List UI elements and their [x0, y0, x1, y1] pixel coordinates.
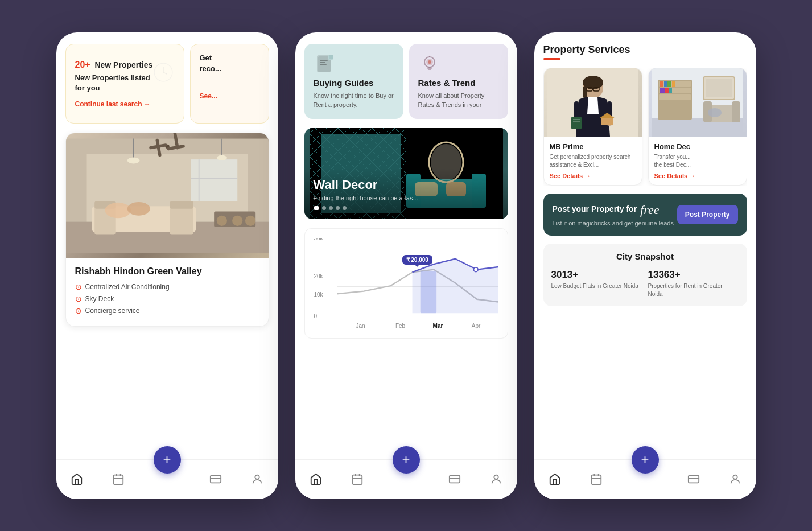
- mb-prime-name: MB Prime: [550, 142, 636, 151]
- fab-button-1[interactable]: +: [154, 446, 181, 474]
- svg-point-14: [105, 202, 131, 217]
- svg-rect-109: [688, 476, 698, 483]
- nav-home-icon-3[interactable]: [548, 472, 562, 486]
- property-room-svg: [66, 133, 269, 258]
- mb-prime-link[interactable]: See Details →: [550, 172, 636, 179]
- dot-2[interactable]: [322, 206, 326, 210]
- nav-calendar-icon-3[interactable]: [590, 472, 603, 486]
- promo-card-new-properties[interactable]: 20+ New Properties New Properties listed…: [65, 44, 184, 124]
- y-label-10k: 10k: [314, 291, 323, 297]
- svg-point-48: [428, 60, 431, 64]
- service-cards: Buying Guides Know the right time to Buy…: [304, 44, 508, 119]
- property-name: Rishabh Hindon Green Valley: [75, 266, 259, 277]
- svg-point-22: [232, 215, 242, 225]
- phone2-content: Buying Guides Know the right time to Buy…: [295, 32, 517, 459]
- svg-rect-13: [170, 201, 193, 209]
- svg-rect-5: [191, 159, 237, 201]
- wall-decor-banner[interactable]: Wall Decor Finding the right house can b…: [304, 128, 508, 219]
- post-property-banner: Post your Property for free List it on m…: [543, 194, 747, 236]
- svg-rect-47: [428, 69, 431, 70]
- continue-search-link[interactable]: Continue last search →: [75, 100, 175, 108]
- svg-rect-46: [427, 67, 432, 69]
- amenity-3: ⊙ Concierge service: [75, 306, 259, 315]
- svg-rect-92: [660, 81, 663, 87]
- city-stat-num-2: 13363+: [648, 269, 739, 281]
- svg-point-19: [216, 155, 226, 160]
- svg-point-68: [494, 475, 498, 479]
- svg-rect-33: [210, 476, 220, 483]
- city-snapshot-title: City Snapshot: [551, 252, 739, 261]
- fab-button-3[interactable]: +: [632, 446, 659, 474]
- mb-prime-desc: Get peronalized property search assistan…: [550, 153, 636, 169]
- promo-number: 20+ New Properties: [75, 53, 153, 72]
- svg-rect-96: [660, 88, 665, 93]
- home-dec-link[interactable]: See Details →: [654, 172, 741, 179]
- amenity-check-icon-3: ⊙: [75, 306, 82, 315]
- svg-rect-103: [706, 79, 732, 97]
- dot-3[interactable]: [329, 206, 333, 210]
- nav-calendar-icon-2[interactable]: [351, 472, 364, 486]
- bottom-nav-3: +: [534, 459, 756, 499]
- svg-rect-62: [353, 475, 362, 485]
- nav-card-icon[interactable]: [209, 472, 222, 486]
- property-info: Rishabh Hindon Green Valley ⊙ Centralize…: [66, 258, 269, 326]
- amenity-check-icon-2: ⊙: [75, 294, 82, 303]
- mb-prime-card[interactable]: MB Prime Get peronalized property search…: [543, 68, 642, 186]
- rates-trend-card[interactable]: Rates & Trend Know all about Property Ra…: [409, 44, 508, 119]
- phones-container: 20+ New Properties New Properties listed…: [45, 10, 768, 522]
- promo-cards: 20+ New Properties New Properties listed…: [65, 44, 269, 124]
- nav-card-icon-2[interactable]: [448, 472, 461, 486]
- chart-area: 50k 20k 10k 0: [314, 238, 498, 329]
- post-property-text: Post your Property for free List it on m…: [553, 203, 677, 227]
- svg-rect-39: [320, 62, 325, 63]
- svg-rect-97: [665, 88, 669, 93]
- nav-person-icon[interactable]: [250, 472, 264, 486]
- document-icon: [314, 53, 336, 76]
- chart-svg: [337, 238, 498, 315]
- buying-guides-card[interactable]: Buying Guides Know the right time to Buy…: [304, 44, 403, 119]
- lightbulb-icon: [418, 53, 441, 76]
- nav-home-icon[interactable]: [70, 472, 84, 486]
- svg-rect-40: [320, 64, 327, 65]
- property-card[interactable]: Rishabh Hindon Green Valley ⊙ Centralize…: [65, 133, 269, 327]
- home-dec-desc: Transfer you...the best Dec...: [654, 153, 741, 169]
- x-label-feb: Feb: [395, 323, 405, 329]
- home-dec-card[interactable]: Home Dec Transfer you...the best Dec... …: [648, 68, 747, 186]
- dot-5[interactable]: [343, 206, 347, 210]
- nav-calendar-icon[interactable]: [112, 472, 125, 486]
- nav-person-icon-3[interactable]: [728, 472, 742, 486]
- svg-rect-98: [669, 88, 672, 93]
- svg-rect-94: [667, 81, 671, 87]
- dot-1[interactable]: [314, 206, 319, 210]
- promo-subtitle: New Properties listed for you: [75, 73, 153, 93]
- y-label-0: 0: [314, 313, 318, 319]
- dot-4[interactable]: [336, 206, 340, 210]
- clock-icon: [152, 58, 174, 87]
- post-property-button[interactable]: Post Property: [677, 205, 738, 224]
- svg-rect-7: [191, 178, 237, 179]
- rates-trend-desc: Know all about Property Rates & Trends i…: [418, 91, 499, 110]
- svg-point-23: [245, 215, 255, 225]
- property-services-cards: MB Prime Get peronalized property search…: [543, 68, 747, 186]
- amenity-1: ⊙ Centralized Air Conditioning: [75, 282, 259, 291]
- nav-person-icon-2[interactable]: [489, 472, 503, 486]
- svg-marker-80: [601, 118, 613, 125]
- nav-home-icon-2[interactable]: [309, 472, 323, 486]
- phone-3: Property Services: [534, 32, 756, 499]
- promo-see-link[interactable]: See...: [200, 92, 259, 100]
- post-property-sub: List it on magicbricks and get genuine l…: [553, 220, 677, 227]
- mb-prime-info: MB Prime Get peronalized property search…: [544, 137, 642, 185]
- city-stat-1: 3013+ Low Budget Flats in Greater Noida: [551, 269, 642, 298]
- buying-guides-desc: Know the right time to Buy or Rent a pro…: [314, 91, 394, 110]
- svg-rect-91: [659, 94, 691, 100]
- mb-prime-image: [544, 68, 642, 137]
- promo-card2-title: Get: [200, 53, 259, 62]
- svg-point-35: [255, 475, 259, 479]
- bottom-nav-1: +: [56, 459, 278, 499]
- fab-button-2[interactable]: +: [393, 446, 420, 474]
- svg-rect-29: [114, 475, 123, 485]
- nav-card-icon-3[interactable]: [687, 472, 700, 486]
- phone-1: 20+ New Properties New Properties listed…: [56, 32, 278, 499]
- city-snapshot: City Snapshot 3013+ Low Budget Flats in …: [543, 244, 747, 306]
- room-svg: [652, 68, 743, 137]
